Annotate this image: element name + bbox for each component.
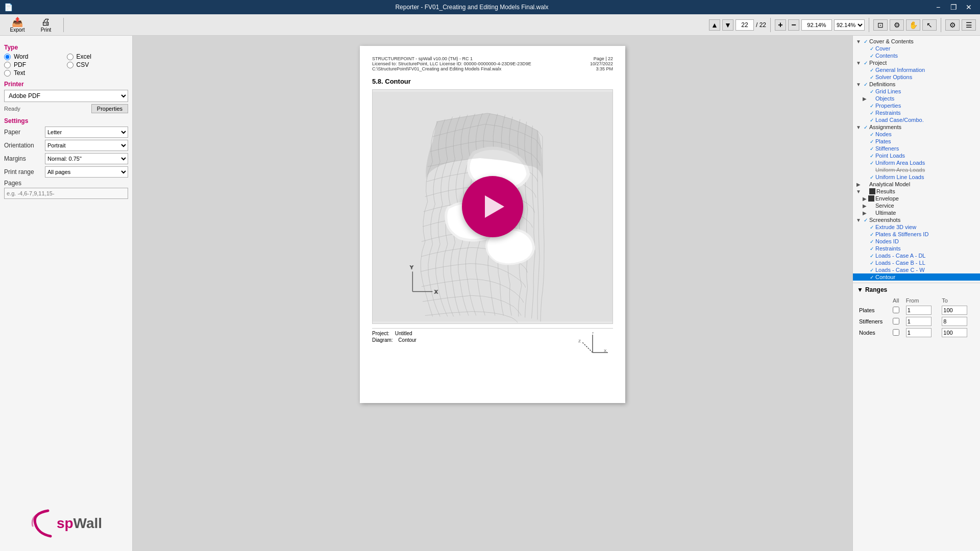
- ranges-plates-from[interactable]: [906, 306, 932, 315]
- logo-area: spWall: [4, 500, 128, 547]
- ranges-stiffeners-all[interactable]: [893, 318, 899, 324]
- tree-item-grid-lines[interactable]: ✓ Grid Lines: [853, 88, 980, 95]
- tree-item-loads-case-b-ll[interactable]: ✓ Loads - Case B - LL: [853, 259, 980, 266]
- app-icon: 📄: [4, 3, 13, 11]
- tree-item-stiffeners[interactable]: ✓ Stiffeners: [853, 145, 980, 152]
- tree-item-plates[interactable]: ✓ Plates: [853, 138, 980, 145]
- print-button[interactable]: 🖨 Print: [33, 15, 59, 35]
- tree-item-contour[interactable]: ✓ Contour: [853, 273, 980, 281]
- tree-item-uniform-area-loads[interactable]: ✓ Uniform Area Loads: [853, 159, 980, 166]
- hand-tool-button[interactable]: ✋: [906, 19, 920, 31]
- type-excel[interactable]: Excel: [67, 53, 129, 60]
- footer-left: Project: Untitled Diagram: Contour: [372, 331, 416, 356]
- expand-icon: ▼: [855, 39, 862, 44]
- sp-logo-text: sp: [57, 515, 74, 531]
- footer-diagram: Diagram: Contour: [372, 337, 416, 343]
- zoom-input[interactable]: [801, 19, 832, 31]
- doc-image-area: Y X: [372, 89, 613, 324]
- document-page: STRUCTUREPOINT - spWall v10.00 (TM) - RC…: [360, 46, 625, 403]
- ranges-expand-icon[interactable]: ▼: [857, 286, 863, 293]
- tree-item-assignments[interactable]: ▼ ✓ Assignments: [853, 123, 980, 131]
- ranges-nodes-all[interactable]: [893, 329, 899, 336]
- type-text[interactable]: Text: [4, 69, 66, 77]
- tree-item-project[interactable]: ▼ ✓ Project: [853, 59, 980, 66]
- minimize-button[interactable]: −: [931, 2, 945, 13]
- svg-text:Y: Y: [592, 332, 595, 335]
- restore-button[interactable]: ❐: [946, 2, 961, 13]
- fit-page-button[interactable]: ⊡: [873, 19, 888, 31]
- tree-item-uniform-line-loads[interactable]: ✓ Uniform Line Loads: [853, 173, 980, 181]
- tree-item-screenshots[interactable]: ▼ ✓ Screenshots: [853, 216, 980, 223]
- tree-item-uniform-area-loads2[interactable]: Uniform Area Loads: [853, 166, 980, 173]
- cursor-button[interactable]: ↖: [922, 19, 937, 31]
- ranges-stiffeners-label: Stiffeners: [857, 316, 891, 327]
- type-word[interactable]: Word: [4, 53, 66, 60]
- printer-dropdown[interactable]: Adobe PDF: [4, 90, 128, 102]
- tree-item-load-case-combo[interactable]: ✓ Load Case/Combo.: [853, 116, 980, 123]
- sidebar-toggle-button[interactable]: ☰: [962, 19, 976, 31]
- play-button[interactable]: [462, 176, 523, 237]
- page-up-button[interactable]: ▲: [709, 19, 720, 31]
- margins-select[interactable]: Normal: 0.75" Narrow: 0.5" Wide: 1.0": [45, 153, 128, 164]
- tree-item-analytical-model[interactable]: ▶ Analytical Model: [853, 181, 980, 188]
- tree-item-solver-options[interactable]: ✓ Solver Options: [853, 73, 980, 81]
- tree-item-extrude-3d[interactable]: ✓ Extrude 3D view: [853, 223, 980, 231]
- ranges-nodes-to[interactable]: [942, 328, 967, 337]
- section-title: 5.8. Contour: [372, 78, 613, 85]
- zoom-dropdown[interactable]: 92.14% 50% 75% 100% 125%: [834, 19, 865, 31]
- orientation-row: Orientation Portrait Landscape: [4, 140, 128, 151]
- main-toolbar: 📤 Export 🖨 Print ▲ ▼ / 22 + − 92.14% 50%…: [0, 14, 980, 36]
- type-pdf[interactable]: PDF: [4, 61, 66, 68]
- tree-item-envelope[interactable]: ▶ Envelope: [853, 195, 980, 202]
- tree-item-results[interactable]: ▼ Results: [853, 188, 980, 195]
- current-page-input[interactable]: [736, 19, 754, 31]
- title-bar: 📄 Reporter - FV01_Creating and Editing M…: [0, 0, 980, 14]
- export-icon: 📤: [12, 17, 23, 27]
- ranges-plates-to[interactable]: [942, 306, 967, 315]
- print-range-select[interactable]: All pages Current page Custom: [45, 166, 128, 178]
- tree-item-general-info[interactable]: ✓ General Information: [853, 66, 980, 73]
- ranges-plates-label: Plates: [857, 305, 891, 316]
- tree-item-loads-case-c-w[interactable]: ✓ Loads - Case C - W: [853, 266, 980, 273]
- tree-item-cover[interactable]: ✓ Cover: [853, 45, 980, 52]
- tree-item-service[interactable]: ▶ Service: [853, 202, 980, 209]
- zoom-out-button[interactable]: −: [788, 19, 799, 31]
- tree-item-nodes[interactable]: ✓ Nodes: [853, 131, 980, 138]
- tree-item-properties[interactable]: ✓ Properties: [853, 102, 980, 109]
- tree-item-ultimate[interactable]: ▶ Ultimate: [853, 209, 980, 216]
- project-label: Project:: [372, 331, 389, 336]
- properties-button[interactable]: Properties: [91, 104, 128, 113]
- print-range-label: Print range: [4, 168, 45, 176]
- ranges-col-name: [857, 296, 891, 305]
- export-button[interactable]: 📤 Export: [4, 15, 31, 35]
- tree-item-cover-contents[interactable]: ▼ ✓ Cover & Contents: [853, 38, 980, 45]
- tree-item-point-loads[interactable]: ✓ Point Loads: [853, 152, 980, 159]
- gear-button[interactable]: ⚙: [945, 19, 960, 31]
- pages-input[interactable]: [4, 188, 128, 199]
- paper-select[interactable]: Letter A4 Legal: [45, 127, 128, 138]
- tree-item-restraints[interactable]: ✓ Restraints: [853, 109, 980, 116]
- tree-item-plates-stiffeners-id[interactable]: ✓ Plates & Stiffeners ID: [853, 231, 980, 238]
- diagram-label: Diagram:: [372, 337, 393, 343]
- orientation-select[interactable]: Portrait Landscape: [45, 140, 128, 151]
- close-button[interactable]: ✕: [962, 2, 976, 13]
- zoom-in-button[interactable]: +: [775, 19, 786, 31]
- tree-item-contents[interactable]: ✓ Contents: [853, 52, 980, 59]
- page-down-button[interactable]: ▼: [722, 19, 733, 31]
- ranges-stiffeners-from[interactable]: [906, 317, 932, 326]
- right-panel: ▼ ✓ Cover & Contents ✓ Cover ✓ Contents …: [852, 36, 980, 551]
- tree-item-restraints2[interactable]: ✓ Restraints: [853, 245, 980, 252]
- ranges-nodes-from[interactable]: [906, 328, 932, 337]
- play-triangle-icon: [485, 195, 504, 218]
- toolbar-sep-4: [941, 18, 941, 32]
- ranges-plates-all[interactable]: [893, 307, 899, 313]
- ranges-stiffeners-to[interactable]: [942, 317, 967, 326]
- tree-item-definitions[interactable]: ▼ ✓ Definitions: [853, 81, 980, 88]
- ranges-col-to: To: [940, 296, 976, 305]
- type-csv[interactable]: CSV: [67, 61, 129, 68]
- tree-item-loads-case-a-dl[interactable]: ✓ Loads - Case A - DL: [853, 252, 980, 259]
- tree-item-objects[interactable]: ▶ Objects: [853, 95, 980, 102]
- pages-label: Pages: [4, 180, 128, 187]
- settings-icon-button[interactable]: ⚙: [890, 19, 904, 31]
- tree-item-nodes-id[interactable]: ✓ Nodes ID: [853, 238, 980, 245]
